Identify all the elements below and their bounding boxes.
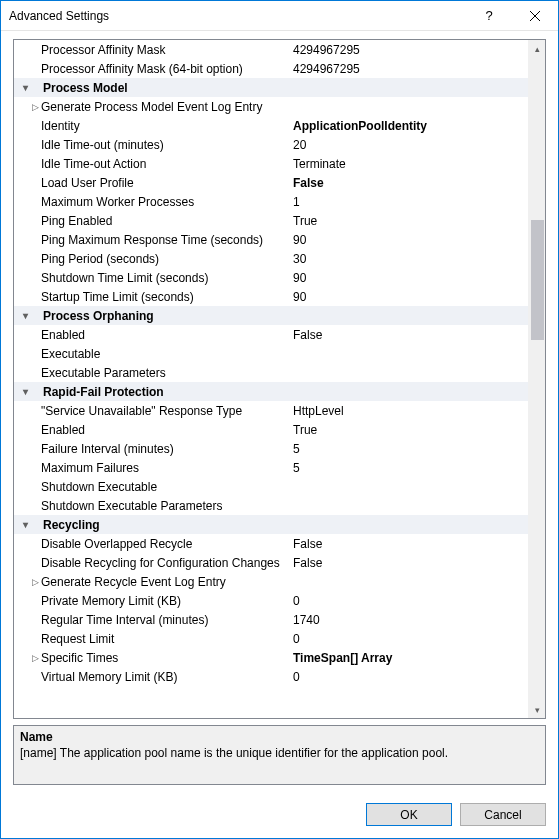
scroll-up-icon[interactable]: ▴ [529, 40, 546, 57]
property-value[interactable]: True [289, 214, 528, 228]
scroll-down-icon[interactable]: ▾ [529, 701, 546, 718]
property-row[interactable]: ▷Generate Recycle Event Log Entry [14, 572, 528, 591]
property-value[interactable]: 0 [289, 670, 528, 684]
category-label: Rapid-Fail Protection [41, 385, 289, 399]
property-value[interactable]: HttpLevel [289, 404, 528, 418]
category-toggle-icon[interactable]: ▾ [14, 519, 29, 530]
property-row[interactable]: Ping EnabledTrue [14, 211, 528, 230]
property-value[interactable]: 1 [289, 195, 528, 209]
property-row[interactable]: Shutdown Executable [14, 477, 528, 496]
property-row[interactable]: Virtual Memory Limit (KB)0 [14, 667, 528, 686]
cancel-button-label: Cancel [484, 808, 521, 822]
help-icon: ? [485, 8, 492, 23]
property-row[interactable]: Shutdown Executable Parameters [14, 496, 528, 515]
help-button[interactable]: ? [466, 1, 512, 31]
property-value[interactable]: 20 [289, 138, 528, 152]
property-row[interactable]: Startup Time Limit (seconds)90 [14, 287, 528, 306]
property-label: Maximum Failures [41, 461, 289, 475]
property-row[interactable]: Failure Interval (minutes)5 [14, 439, 528, 458]
property-label: Disable Recycling for Configuration Chan… [41, 556, 289, 570]
category-toggle-icon[interactable]: ▾ [14, 386, 29, 397]
property-label: Enabled [41, 328, 289, 342]
titlebar: Advanced Settings ? [1, 1, 558, 31]
property-row[interactable]: Idle Time-out (minutes)20 [14, 135, 528, 154]
property-value[interactable]: False [289, 328, 528, 342]
property-value[interactable]: 90 [289, 290, 528, 304]
property-label: Disable Overlapped Recycle [41, 537, 289, 551]
property-label: Shutdown Executable Parameters [41, 499, 289, 513]
property-row[interactable]: Maximum Worker Processes1 [14, 192, 528, 211]
property-row[interactable]: Executable Parameters [14, 363, 528, 382]
advanced-settings-window: Advanced Settings ? Processor Affinity M… [0, 0, 559, 839]
property-row[interactable]: Ping Maximum Response Time (seconds)90 [14, 230, 528, 249]
property-label: Failure Interval (minutes) [41, 442, 289, 456]
property-value[interactable]: 5 [289, 461, 528, 475]
expand-icon[interactable]: ▷ [29, 102, 41, 112]
property-label: Ping Enabled [41, 214, 289, 228]
property-value[interactable]: 4294967295 [289, 62, 528, 76]
property-label: Identity [41, 119, 289, 133]
category-row[interactable]: ▾Process Model [14, 78, 528, 97]
property-row[interactable]: Executable [14, 344, 528, 363]
property-value[interactable]: 30 [289, 252, 528, 266]
property-row[interactable]: Private Memory Limit (KB)0 [14, 591, 528, 610]
expand-icon[interactable]: ▷ [29, 653, 41, 663]
property-value[interactable]: 90 [289, 271, 528, 285]
property-value[interactable]: 1740 [289, 613, 528, 627]
property-row[interactable]: Disable Overlapped RecycleFalse [14, 534, 528, 553]
property-label: Executable Parameters [41, 366, 289, 380]
property-value[interactable]: ApplicationPoolIdentity [289, 119, 528, 133]
property-row[interactable]: Ping Period (seconds)30 [14, 249, 528, 268]
property-label: "Service Unavailable" Response Type [41, 404, 289, 418]
property-value[interactable]: 90 [289, 233, 528, 247]
property-value[interactable]: 5 [289, 442, 528, 456]
scroll-thumb[interactable] [531, 220, 544, 340]
property-row[interactable]: ▷Specific TimesTimeSpan[] Array [14, 648, 528, 667]
content-area: Processor Affinity Mask4294967295Process… [1, 31, 558, 838]
property-value[interactable]: 0 [289, 594, 528, 608]
property-row[interactable]: EnabledFalse [14, 325, 528, 344]
category-row[interactable]: ▾Rapid-Fail Protection [14, 382, 528, 401]
property-value[interactable]: Terminate [289, 157, 528, 171]
property-row[interactable]: Idle Time-out ActionTerminate [14, 154, 528, 173]
property-value[interactable]: False [289, 176, 528, 190]
property-value[interactable]: 0 [289, 632, 528, 646]
property-row[interactable]: Processor Affinity Mask (64-bit option)4… [14, 59, 528, 78]
property-row[interactable]: EnabledTrue [14, 420, 528, 439]
property-row[interactable]: ▷Generate Process Model Event Log Entry [14, 97, 528, 116]
category-label: Process Orphaning [41, 309, 289, 323]
category-toggle-icon[interactable]: ▾ [14, 82, 29, 93]
scrollbar[interactable]: ▴ ▾ [528, 40, 545, 718]
property-label: Enabled [41, 423, 289, 437]
property-label: Load User Profile [41, 176, 289, 190]
property-row[interactable]: Load User ProfileFalse [14, 173, 528, 192]
property-label: Processor Affinity Mask [41, 43, 289, 57]
property-row[interactable]: Request Limit0 [14, 629, 528, 648]
property-value[interactable]: True [289, 423, 528, 437]
expand-icon[interactable]: ▷ [29, 577, 41, 587]
property-label: Maximum Worker Processes [41, 195, 289, 209]
category-toggle-icon[interactable]: ▾ [14, 310, 29, 321]
property-row[interactable]: Regular Time Interval (minutes)1740 [14, 610, 528, 629]
property-value[interactable]: TimeSpan[] Array [289, 651, 528, 665]
category-row[interactable]: ▾Process Orphaning [14, 306, 528, 325]
property-row[interactable]: IdentityApplicationPoolIdentity [14, 116, 528, 135]
ok-button[interactable]: OK [366, 803, 452, 826]
category-row[interactable]: ▾Recycling [14, 515, 528, 534]
close-button[interactable] [512, 1, 558, 31]
property-row[interactable]: "Service Unavailable" Response TypeHttpL… [14, 401, 528, 420]
property-value[interactable]: False [289, 556, 528, 570]
category-label: Recycling [41, 518, 289, 532]
property-value[interactable]: 4294967295 [289, 43, 528, 57]
property-grid-body[interactable]: Processor Affinity Mask4294967295Process… [14, 40, 528, 718]
property-row[interactable]: Maximum Failures5 [14, 458, 528, 477]
property-label: Specific Times [41, 651, 289, 665]
ok-button-label: OK [400, 808, 417, 822]
property-value[interactable]: False [289, 537, 528, 551]
property-row[interactable]: Disable Recycling for Configuration Chan… [14, 553, 528, 572]
property-row[interactable]: Shutdown Time Limit (seconds)90 [14, 268, 528, 287]
property-label: Generate Recycle Event Log Entry [41, 575, 289, 589]
category-label: Process Model [41, 81, 289, 95]
property-row[interactable]: Processor Affinity Mask4294967295 [14, 40, 528, 59]
cancel-button[interactable]: Cancel [460, 803, 546, 826]
